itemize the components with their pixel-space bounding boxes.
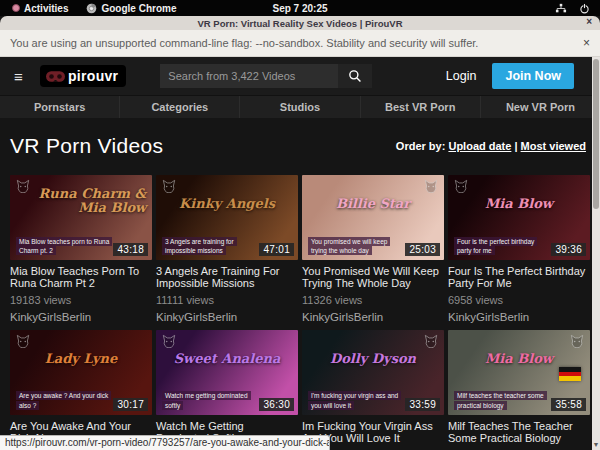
thumbnail-caption: Watch me getting dominated softly — [162, 391, 256, 409]
duration-badge: 25:03 — [405, 243, 440, 256]
thumbnail-model-name: Dolly Dyson — [308, 352, 439, 366]
video-views: 11111 views — [156, 294, 298, 306]
cat-logo-watermark-icon — [15, 334, 31, 348]
scrollbar-down-arrow-icon[interactable]: ▼ — [592, 441, 600, 448]
window-titlebar[interactable]: VR Porn: Virtual Reality Sex Videos | Pi… — [0, 16, 600, 30]
thumbnail-caption: Are you awake ? And your dick also ? — [16, 391, 110, 409]
site-logo-text: pirouvr — [68, 68, 118, 84]
duration-badge: 36:30 — [259, 398, 294, 411]
thumbnail-model-name: Mia Blow — [454, 197, 585, 211]
video-views: 19183 views — [10, 294, 152, 306]
clock[interactable]: Sep 7 20:25 — [0, 3, 600, 14]
cat-logo-watermark-icon — [423, 334, 439, 348]
cat-logo-watermark-icon — [161, 334, 177, 348]
order-link-most-viewed[interactable]: Most viewed — [521, 140, 586, 152]
video-thumbnail[interactable]: Runa Charm & Mia Blow Mia Blow teaches p… — [10, 175, 152, 260]
search-input[interactable] — [160, 64, 338, 88]
video-thumbnail[interactable]: Mia Blow Milf teaches the teacher some p… — [448, 330, 590, 415]
window-title: VR Porn: Virtual Reality Sex Videos | Pi… — [197, 18, 402, 29]
thumbnail-caption: Milf teaches the teacher some practical … — [454, 391, 548, 409]
video-card: Runa Charm & Mia Blow Mia Blow teaches p… — [10, 175, 152, 323]
video-title[interactable]: Milf Teaches The Teacher Some Practical … — [448, 420, 590, 445]
vr-goggles-icon — [46, 71, 65, 82]
scrollbar[interactable]: ▼ — [592, 57, 600, 450]
page-title: VR Porn Videos — [10, 134, 163, 158]
cat-logo-watermark-icon — [161, 179, 177, 193]
taskbar: Activities Google Chrome Sep 7 20:25 — [0, 0, 600, 16]
thumbnail-caption: Mia Blow teaches porn to Runa Charm pt. … — [16, 237, 110, 255]
duration-badge: 47:01 — [259, 243, 294, 256]
thumbnail-caption: You promised we will keep trying the who… — [308, 237, 402, 255]
site-header: ≡ pirouvr Login Join Now — [0, 57, 600, 95]
thumbnail-model-name: Sweet Analena — [162, 352, 293, 366]
video-thumbnail[interactable]: Mia Blow Four is the perfect birthday pa… — [448, 175, 590, 260]
video-card: Kinky Angels 3 Angels are training for i… — [156, 175, 298, 323]
status-url: https://pirouvr.com/vr-porn-video/779325… — [0, 435, 330, 450]
site-logo[interactable]: pirouvr — [40, 65, 126, 87]
video-card: Billie Star You promised we will keep tr… — [302, 175, 444, 323]
network-icon[interactable] — [555, 3, 567, 14]
video-grid: Runa Charm & Mia Blow Mia Blow teaches p… — [10, 175, 590, 450]
video-studio-link[interactable]: KinkyGirlsBerlin — [448, 311, 590, 323]
main-nav: Pornstars Categories Studios Best VR Por… — [0, 95, 600, 118]
nav-item-best-vr-porn[interactable]: Best VR Porn — [360, 96, 480, 118]
page: ≡ pirouvr Login Join Now Porns — [0, 57, 600, 450]
video-studio-link[interactable]: KinkyGirlsBerlin — [10, 311, 152, 323]
thumbnail-caption: Four is the perfect birthday party for m… — [454, 237, 548, 255]
join-now-button[interactable]: Join Now — [492, 63, 574, 89]
cat-logo-watermark-icon — [569, 334, 585, 348]
warning-bar: You are using an unsupported command-lin… — [0, 30, 600, 57]
nav-item-categories[interactable]: Categories — [119, 96, 239, 118]
duration-badge: 39:36 — [551, 243, 586, 256]
cat-logo-watermark-icon — [423, 179, 439, 193]
video-title[interactable]: 3 Angels Are Training For Impossible Mis… — [156, 265, 298, 290]
video-thumbnail[interactable]: Lady Lyne Are you awake ? And your dick … — [10, 330, 152, 415]
power-icon[interactable] — [579, 3, 590, 14]
duration-badge: 35:58 — [551, 398, 586, 411]
thumbnail-caption: 3 Angels are training for impossible mis… — [162, 237, 256, 255]
warning-close-icon[interactable]: × — [583, 36, 590, 50]
thumbnail-model-name: Billie Star — [308, 197, 439, 211]
search-bar — [160, 64, 372, 88]
video-studio-link[interactable]: KinkyGirlsBerlin — [156, 311, 298, 323]
video-thumbnail[interactable]: Dolly Dyson I'm fucking your virgin ass … — [302, 330, 444, 415]
video-views: 11326 views — [302, 294, 444, 306]
video-thumbnail[interactable]: Sweet Analena Watch me getting dominated… — [156, 330, 298, 415]
video-card: Dolly Dyson I'm fucking your virgin ass … — [302, 330, 444, 450]
order-link-upload-date[interactable]: Upload date — [448, 140, 511, 152]
video-card: Lady Lyne Are you awake ? And your dick … — [10, 330, 152, 450]
thumbnail-caption: I'm fucking your virgin ass and you will… — [308, 391, 402, 409]
search-button[interactable] — [338, 64, 372, 88]
video-studio-link[interactable]: KinkyGirlsBerlin — [302, 311, 444, 323]
video-title[interactable]: You Promised We Will Keep Trying The Who… — [302, 265, 444, 290]
login-link[interactable]: Login — [446, 69, 477, 83]
video-card: Sweet Analena Watch me getting dominated… — [156, 330, 298, 450]
scrollbar-thumb[interactable] — [593, 59, 599, 209]
video-views: 6958 views — [448, 294, 590, 306]
search-icon — [348, 69, 362, 83]
thumbnail-model-name: Lady Lyne — [16, 352, 147, 366]
thumbnail-model-name: Mia Blow — [454, 352, 585, 366]
order-by-label: Order by: — [396, 140, 446, 152]
video-card: Mia Blow Four is the perfect birthday pa… — [448, 175, 590, 323]
video-thumbnail[interactable]: Kinky Angels 3 Angels are training for i… — [156, 175, 298, 260]
warning-text: You are using an unsupported command-lin… — [10, 37, 478, 49]
cat-logo-watermark-icon — [453, 179, 469, 193]
duration-badge: 33:59 — [405, 398, 440, 411]
page-header: VR Porn Videos Order by: Upload date | M… — [10, 130, 590, 162]
video-title[interactable]: Four Is The Perfect Birthday Party For M… — [448, 265, 590, 290]
nav-item-studios[interactable]: Studios — [239, 96, 359, 118]
order-by: Order by: Upload date | Most viewed — [396, 140, 590, 152]
thumbnail-model-name: Kinky Angels — [162, 197, 293, 211]
video-title[interactable]: Mia Blow Teaches Porn To Runa Charm Pt 2 — [10, 265, 152, 290]
hamburger-menu-icon[interactable]: ≡ — [14, 69, 28, 84]
duration-badge: 30:17 — [113, 398, 148, 411]
video-thumbnail[interactable]: Billie Star You promised we will keep tr… — [302, 175, 444, 260]
duration-badge: 43:18 — [113, 243, 148, 256]
thumbnail-model-name: Runa Charm & Mia Blow — [16, 187, 147, 214]
window-close-icon[interactable]: × — [586, 16, 592, 27]
german-flag-icon — [559, 367, 581, 381]
video-card: Mia Blow Milf teaches the teacher some p… — [448, 330, 590, 450]
nav-item-pornstars[interactable]: Pornstars — [0, 96, 119, 118]
nav-item-new-vr-porn[interactable]: New VR Porn — [480, 96, 600, 118]
